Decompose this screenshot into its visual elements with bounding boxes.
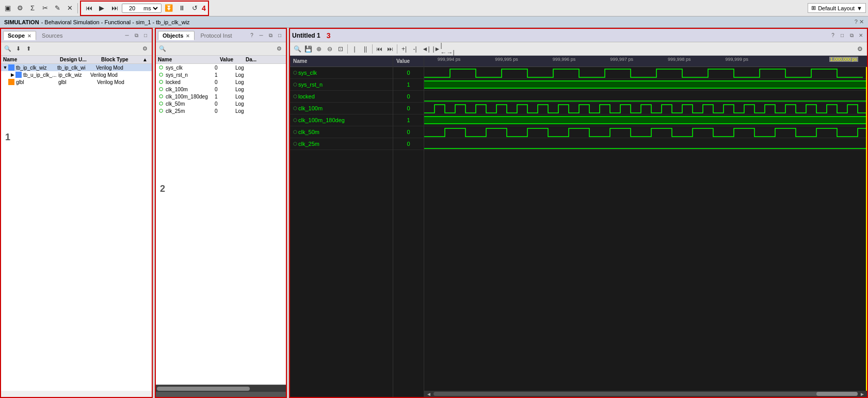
objects-vscrollbar-bottom[interactable] [156,392,286,397]
sources-tab[interactable]: Sources [37,31,67,40]
scope-tab[interactable]: Scope ✕ [3,31,36,40]
list-item[interactable]: ⬡ clk_50m 0 Log [156,100,286,107]
sim-reset-icon[interactable]: ⏮ [83,3,94,14]
wave-sep2 [372,44,373,54]
sim-pause-icon[interactable]: ⏸ [176,3,187,14]
tree-row[interactable]: glbl glbl Verilog Mod [1,78,152,86]
signal-icon: ⬡ [158,64,164,71]
help-button[interactable]: ? ✕ [855,19,864,25]
scroll-track[interactable] [433,392,858,396]
tree-row[interactable]: ▼ tb_ip_clk_wiz tb_ip_clk_wi Verilog Mod [1,64,152,71]
tree-row[interactable]: ▶ tb_u_ip_clk_... ip_clk_wiz Verilog Mod [1,71,152,78]
scope-scrollbar[interactable] [1,391,152,397]
wave-value-row: 1 [393,79,424,91]
wave-name-row[interactable]: ⬡clk_100m_180deg [290,114,393,126]
wave-cursor-a-icon[interactable]: | [349,44,360,54]
wave-zoom-out-icon[interactable]: ⊖ [325,44,335,54]
objects-col-dir: Da... [246,57,284,62]
list-item[interactable]: ⬡ locked 0 Log [156,78,286,86]
scope-tab-close[interactable]: ✕ [27,34,31,39]
settings-icon[interactable]: ⚙ [14,3,26,14]
svg-rect-0 [424,81,867,88]
sim-unit-select[interactable]: msusnsps [141,5,159,12]
scroll-left-btn[interactable]: ◄ [426,391,431,397]
cut-icon[interactable]: ✂ [39,3,51,14]
waveform-row-sys-rst-n [424,79,867,91]
wave-prev-edge-icon[interactable]: ⏮ [374,44,384,54]
list-item[interactable]: ⬡ sys_rst_n 1 Log [156,71,286,78]
wave-name-row[interactable]: ⬡sys_rst_n [290,79,393,91]
objects-scroll-thumb[interactable] [157,387,250,391]
list-item[interactable]: ⬡ clk_100m_180deg 1 Log [156,93,286,100]
wave-name-row[interactable]: ⬡locked [290,91,393,103]
wave-help-icon[interactable]: ? [829,31,837,40]
wave-gear-icon[interactable]: ⚙ [855,44,865,54]
wave-name-row[interactable]: ⬡clk_100m [290,103,393,114]
wave-maximize-icon[interactable]: ✕ [857,31,865,40]
objects-tab[interactable]: Objects ✕ [158,31,195,40]
wave-name-row[interactable]: ⬡clk_25m [290,138,393,150]
sim-to-end-icon[interactable]: ⏬ [163,3,174,14]
scope-col-sort: ▲ [142,57,150,62]
sim-time-input[interactable]: 20 [124,5,140,11]
wave-zoom-fit-icon[interactable]: ⊡ [335,44,346,54]
scope-maximize-icon[interactable]: □ [141,31,150,40]
sigma-icon[interactable]: Σ [27,3,38,14]
objects-hscrollbar[interactable] [156,385,286,392]
sim-run-icon[interactable]: ▶ [96,3,107,14]
scope-search-icon[interactable]: 🔍 [3,44,12,54]
wave-name-row[interactable]: ⬡sys_clk [290,67,393,79]
signal-icon: ⬡ [158,108,164,114]
objects-gear-icon[interactable]: ⚙ [275,44,284,54]
scope-minimize-icon[interactable]: ─ [123,31,131,40]
obj-value: 0 [215,101,235,107]
wave-next-edge-icon[interactable]: ⏭ [385,44,395,54]
wave-cursor-b-icon[interactable]: || [360,44,371,54]
list-item[interactable]: ⬡ clk_25m 0 Log [156,107,286,114]
module-icon [8,64,14,71]
list-item[interactable]: ⬡ clk_100m 0 Log [156,86,286,93]
grid-icon[interactable]: ▣ [2,3,13,14]
timeline-label: 999,996 ps [553,57,576,62]
objects-search-icon[interactable]: 🔍 [158,44,167,54]
wave-minimize-icon[interactable]: □ [838,31,846,40]
layout-selector[interactable]: ⊞ Default Layout ▼ [808,3,866,13]
scroll-right-btn[interactable]: ► [860,391,865,397]
wave-search-icon[interactable]: 🔍 [292,44,302,54]
tree-cell-block: Verilog Mod [96,65,123,71]
wave-name-row[interactable]: ⬡clk_50m [290,126,393,138]
scroll-thumb[interactable] [816,392,858,396]
scope-col-name: Name [3,57,60,62]
objects-minimize-icon[interactable]: ─ [257,31,265,40]
signal-icon: ⬡ [158,86,164,92]
wave-prev-marker-icon[interactable]: ◄| [421,44,431,54]
scope-expand-icon[interactable]: ⬆ [24,44,33,54]
scope-gear-icon[interactable]: ⚙ [140,44,150,54]
wave-hscrollbar[interactable]: ◄ ► [424,391,867,397]
protocol-tab[interactable]: Protocol Inst [196,31,236,40]
wave-remove-marker-icon[interactable]: -| [410,44,420,54]
wave-zoom-in-icon[interactable]: ⊕ [314,44,324,54]
obj-name: locked [166,79,215,85]
obj-dir: Log [235,87,244,92]
objects-float-icon[interactable]: ⧉ [266,31,275,40]
scope-panel: 1 Scope ✕ Sources ─ ⧉ □ 🔍 ⬇ ⬆ ⚙ Name [0,28,153,398]
scope-toolbar: 🔍 ⬇ ⬆ ⚙ [1,42,152,56]
list-item[interactable]: ⬡ sys_clk 0 Log [156,64,286,71]
sim-restart-icon[interactable]: ↺ [189,3,200,14]
scope-tree-header: Name Design U... Block Type ▲ [1,56,152,64]
wave-save-icon[interactable]: 💾 [303,44,313,54]
objects-maximize-icon[interactable]: □ [276,31,284,40]
tree-arrow: ▶ [9,72,15,77]
panel-number-3: 3 [327,31,331,40]
x-icon[interactable]: ✕ [64,3,75,14]
wave-expand-icon[interactable]: |←→| [442,44,453,54]
objects-help-icon[interactable]: ? [248,31,256,40]
objects-tab-close[interactable]: ✕ [186,34,190,39]
wave-add-marker-icon[interactable]: +| [399,44,409,54]
scope-float-icon[interactable]: ⧉ [132,31,140,40]
edit-icon[interactable]: ✎ [52,3,63,14]
sim-step-icon[interactable]: ⏭ [109,3,120,14]
wave-float-icon[interactable]: ⧉ [847,31,856,40]
scope-collapse-icon[interactable]: ⬇ [13,44,23,54]
